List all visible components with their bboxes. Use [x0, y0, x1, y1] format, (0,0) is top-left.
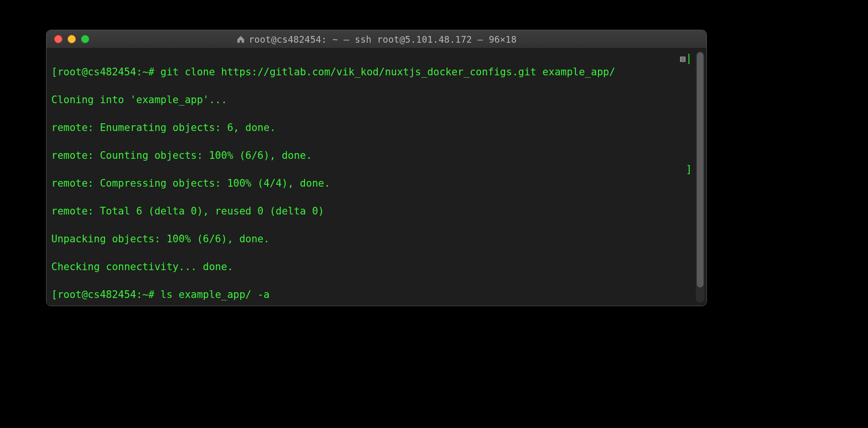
terminal-line: Unpacking objects: 100% (6/6), done.	[51, 232, 702, 246]
terminal-body[interactable]: [root@cs482454:~# git clone https://gitl…	[47, 48, 706, 306]
scrollbar-thumb[interactable]	[697, 52, 704, 287]
terminal-line: remote: Total 6 (delta 0), reused 0 (del…	[51, 204, 702, 218]
prompt-bracket-open: [	[51, 289, 58, 300]
prompt-bracket-open: [	[51, 66, 58, 78]
close-button[interactable]	[54, 35, 62, 43]
traffic-lights	[47, 35, 89, 43]
terminal-line: Cloning into 'example_app'...	[51, 93, 702, 107]
maximize-button[interactable]	[81, 35, 89, 43]
terminal-line: Checking connectivity... done.	[51, 260, 702, 274]
terminal-line: remote: Enumerating objects: 6, done.	[51, 121, 702, 135]
prompt: root@cs482454:~#	[58, 66, 154, 78]
window-title: root@cs482454: ~ — ssh root@5.101.48.172…	[47, 34, 706, 45]
window-title-text: root@cs482454: ~ — ssh root@5.101.48.172…	[249, 34, 517, 45]
terminal-line: [root@cs482454:~# git clone https://gitl…	[51, 65, 702, 79]
line-end-marker: ]	[686, 163, 692, 177]
command-text: ls example_app/ -a	[161, 289, 270, 300]
terminal-line: remote: Compressing objects: 100% (4/4),…	[51, 177, 702, 190]
terminal-line: [root@cs482454:~# ls example_app/ -a	[51, 288, 702, 302]
terminal-line: remote: Counting objects: 100% (6/6), do…	[51, 149, 702, 163]
minimize-button[interactable]	[68, 35, 76, 43]
home-icon	[236, 36, 245, 43]
scrollbar[interactable]	[696, 51, 704, 303]
prompt: root@cs482454:~#	[58, 289, 154, 300]
line-end-marker: |	[686, 51, 692, 65]
titlebar[interactable]: root@cs482454: ~ — ssh root@5.101.48.172…	[47, 30, 706, 48]
terminal-content[interactable]: [root@cs482454:~# git clone https://gitl…	[47, 48, 706, 306]
line-end-glyph: ▤	[680, 51, 685, 65]
terminal-window: root@cs482454: ~ — ssh root@5.101.48.172…	[46, 30, 707, 306]
command-text: git clone https://gitlab.com/vik_kod/nux…	[161, 66, 615, 78]
